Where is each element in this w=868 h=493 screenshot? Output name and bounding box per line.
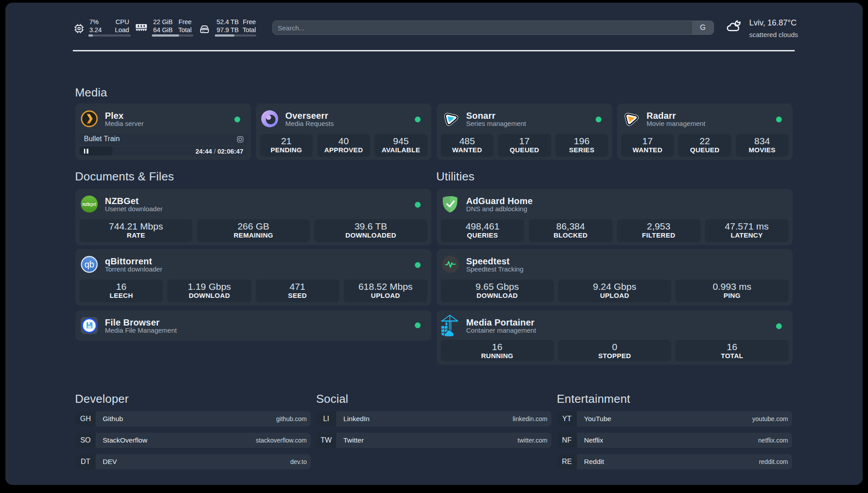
svg-text:qb: qb	[84, 259, 94, 269]
svg-text:nzbget: nzbget	[82, 202, 96, 207]
